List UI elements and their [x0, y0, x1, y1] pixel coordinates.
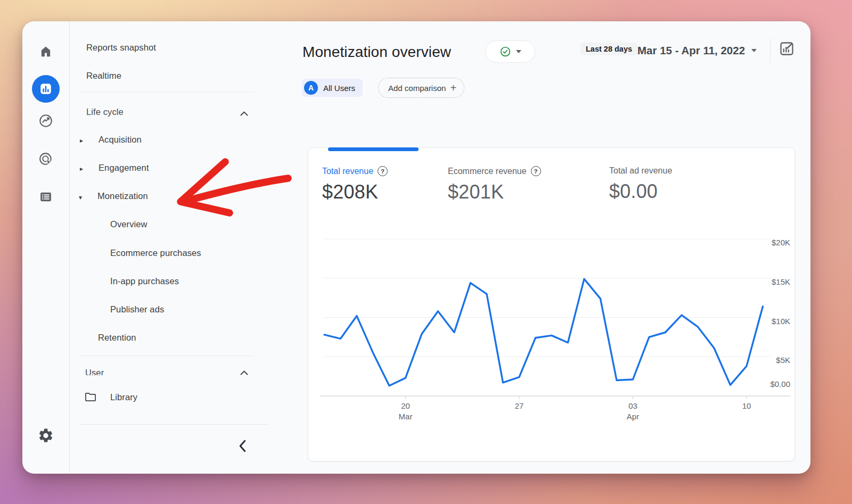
- sidebar-item-retention[interactable]: Retention: [98, 333, 136, 343]
- metric-value: $201K: [448, 181, 541, 203]
- selected-tab-indicator: [328, 147, 419, 151]
- app-window: Reports snapshot Realtime Life cycle ▸ A…: [22, 21, 810, 474]
- svg-text:$0.00: $0.00: [770, 379, 790, 389]
- chevron-up-icon[interactable]: [240, 368, 249, 378]
- sidebar-item-library[interactable]: Library: [110, 392, 137, 402]
- revenue-line-chart[interactable]: $20K$15K$10K$5K$0.0020Mar2703Apr10: [308, 228, 794, 430]
- revenue-chart-area: $20K$15K$10K$5K$0.0020Mar2703Apr10: [308, 228, 794, 430]
- monetization-overview-card: Total revenue ? $208K Ecommerce revenue …: [308, 147, 795, 461]
- sidebar-item-monetization[interactable]: Monetization: [97, 191, 148, 201]
- svg-text:Mar: Mar: [399, 412, 413, 421]
- metric-value: $208K: [322, 181, 388, 203]
- plus-icon: +: [450, 82, 456, 93]
- reports-icon-selected[interactable]: [32, 75, 60, 103]
- sidebar-item-overview[interactable]: Overview: [110, 219, 148, 229]
- chevron-up-icon[interactable]: [240, 109, 249, 119]
- advertising-icon[interactable]: [38, 152, 53, 169]
- svg-text:$5K: $5K: [776, 356, 790, 365]
- desktop-background: { "header": { "title": "Monetization ove…: [0, 0, 852, 504]
- help-icon[interactable]: ?: [378, 166, 388, 176]
- svg-text:27: 27: [515, 401, 524, 410]
- folder-icon: [84, 391, 96, 405]
- svg-text:$20K: $20K: [772, 238, 790, 247]
- home-icon[interactable]: [39, 45, 53, 61]
- svg-text:03: 03: [628, 401, 637, 410]
- sidebar-divider: [79, 92, 255, 92]
- explore-icon[interactable]: [38, 113, 53, 130]
- header-divider: [770, 38, 771, 63]
- sidebar-item-in-app-purchases[interactable]: In-app purchases: [110, 276, 179, 286]
- settings-gear-icon[interactable]: [38, 427, 54, 446]
- sidebar-item-acquisition[interactable]: Acquisition: [99, 135, 142, 145]
- add-comparison-button[interactable]: Add comparison +: [378, 78, 464, 98]
- date-preset-badge: Last 28 days: [580, 43, 637, 55]
- customize-report-icon[interactable]: [779, 40, 795, 59]
- icon-rail: [22, 21, 70, 474]
- check-circle-icon: [499, 46, 511, 57]
- report-status-pill[interactable]: [485, 40, 535, 63]
- sidebar-section-user[interactable]: User: [85, 367, 104, 375]
- svg-text:20: 20: [401, 401, 410, 410]
- metric-total-revenue[interactable]: Total revenue ? $208K: [322, 166, 388, 203]
- sidebar-item-engagement[interactable]: Engagement: [99, 163, 149, 173]
- sidebar-section-life-cycle[interactable]: Life cycle: [86, 107, 124, 117]
- sidebar-item-ecommerce-purchases[interactable]: Ecommerce purchases: [110, 248, 201, 258]
- triangle-right-icon[interactable]: ▸: [80, 137, 83, 144]
- sidebar-item-reports-snapshot[interactable]: Reports snapshot: [86, 43, 156, 53]
- sidebar-divider: [79, 424, 268, 425]
- collapse-sidebar-icon[interactable]: [239, 440, 247, 455]
- chevron-down-icon: [751, 49, 757, 52]
- segment-chip-all-users[interactable]: A All Users: [302, 79, 363, 97]
- page-title: Monetization overview: [302, 44, 451, 61]
- avatar: A: [304, 81, 318, 95]
- svg-text:$10K: $10K: [772, 317, 790, 326]
- svg-text:$15K: $15K: [772, 277, 790, 286]
- svg-text:Apr: Apr: [627, 412, 639, 421]
- sidebar-item-realtime[interactable]: Realtime: [86, 71, 121, 81]
- sidebar-divider: [79, 356, 255, 356]
- help-icon[interactable]: ?: [531, 166, 541, 176]
- metric-value: $0.00: [609, 180, 672, 203]
- admin-list-icon[interactable]: [38, 189, 53, 206]
- triangle-down-icon[interactable]: ▾: [79, 194, 82, 201]
- svg-text:10: 10: [742, 401, 751, 410]
- metric-total-ad-revenue[interactable]: Total ad revenue $0.00: [609, 166, 672, 203]
- metric-ecommerce-revenue[interactable]: Ecommerce revenue ? $201K: [448, 166, 541, 203]
- chevron-down-icon: [516, 50, 521, 53]
- triangle-right-icon[interactable]: ▸: [80, 166, 83, 172]
- date-range-selector[interactable]: Mar 15 - Apr 11, 2022: [637, 44, 757, 57]
- sidebar-item-publisher-ads[interactable]: Publisher ads: [110, 304, 164, 315]
